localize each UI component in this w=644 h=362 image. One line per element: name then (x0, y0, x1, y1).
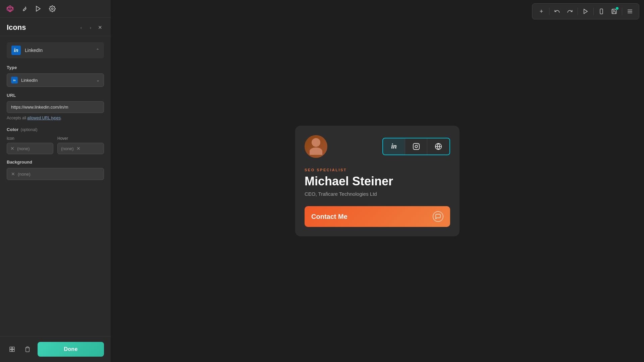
bg-none: (none) (18, 172, 31, 177)
settings-icon[interactable] (48, 5, 56, 13)
url-section-label: URL (7, 93, 104, 98)
color-row: Icon ✕ (none) Hover (none) ✕ (7, 136, 104, 154)
icon-type-left: in LinkedIn (11, 46, 43, 55)
panel-nav: ‹ › ✕ (77, 23, 104, 32)
notification-dot (616, 7, 619, 10)
svg-rect-17 (413, 143, 419, 149)
panel-header: Icons ‹ › ✕ (0, 18, 111, 36)
icon-type-label: LinkedIn (25, 48, 43, 53)
sidebar: Icons ‹ › ✕ in LinkedIn ⌃ Type in (0, 0, 111, 362)
panel-title: Icons (7, 23, 26, 32)
done-button[interactable]: Done (38, 342, 104, 357)
svg-rect-10 (12, 350, 14, 352)
avatar-head (312, 138, 320, 147)
toolbar-sep-1 (549, 8, 549, 15)
hover-color-label: Hover (57, 136, 104, 141)
hover-color-swatch[interactable]: (none) ✕ (57, 143, 104, 154)
url-hint-post: . (61, 116, 62, 120)
bg-x-icon: ✕ (11, 171, 15, 177)
icon-color-x-icon: ✕ (10, 146, 14, 151)
url-hint: Accepts all allowed URL types. (7, 116, 104, 120)
svg-rect-12 (600, 9, 603, 14)
icon-color-item: Icon ✕ (none) (7, 136, 53, 154)
card-category: SEO SPECIALIST (305, 168, 450, 172)
pen-icon[interactable] (20, 5, 28, 13)
main-toolbar: + (532, 3, 639, 19)
url-hint-pre: Accepts all (7, 116, 27, 120)
dropdown-left: in LinkedIn (11, 77, 38, 83)
icon-type-row[interactable]: in LinkedIn ⌃ (7, 42, 104, 58)
avatar-person (310, 138, 322, 155)
toolbar-sep-3 (593, 8, 594, 15)
card-position: CEO, Traficare Technologies Ltd (305, 191, 450, 197)
dropdown-value: LinkedIn (21, 78, 38, 83)
canvas-area: in (111, 0, 644, 362)
bg-color-swatch[interactable]: ✕ (none) (7, 168, 104, 180)
svg-point-6 (52, 8, 53, 10)
gem-icon[interactable] (6, 5, 14, 13)
hover-color-x-icon: ✕ (76, 146, 80, 151)
card-name: Michael Steiner (305, 175, 450, 188)
profile-card: in (295, 126, 460, 237)
color-optional: (optional) (20, 127, 37, 132)
linkedin-icon-badge: in (11, 46, 21, 55)
icon-color-swatch[interactable]: ✕ (none) (7, 143, 53, 154)
trash-icon[interactable] (22, 344, 33, 355)
mobile-button[interactable] (596, 6, 607, 17)
contact-btn-text: Contact Me (311, 213, 347, 221)
add-icon: + (540, 8, 543, 15)
sidebar-toolbar (0, 0, 111, 18)
avatar-body (310, 147, 322, 155)
main-area: + (111, 0, 644, 362)
undo-button[interactable] (551, 6, 563, 17)
redo-button[interactable] (564, 6, 576, 17)
svg-rect-9 (10, 350, 12, 352)
hover-color-item: Hover (none) ✕ (57, 136, 104, 154)
bg-section-label: Background (7, 160, 104, 165)
svg-point-18 (415, 145, 417, 147)
svg-point-19 (418, 144, 418, 145)
toolbar-sep-2 (578, 8, 578, 15)
contact-chat-icon (433, 211, 443, 222)
linkedin-social-icon[interactable]: in (383, 138, 405, 155)
prev-btn[interactable]: ‹ (77, 23, 85, 32)
type-section-label: Type (7, 65, 104, 70)
svg-line-3 (7, 8, 10, 12)
social-icons-row: in (382, 138, 450, 155)
url-input[interactable] (7, 101, 104, 113)
linkedin-in-text: in (391, 142, 397, 150)
preview-button[interactable] (580, 6, 591, 17)
play-icon-sidebar[interactable] (34, 5, 42, 13)
contact-button[interactable]: Contact Me (305, 206, 450, 227)
linkedin-mini-icon: in (11, 77, 18, 83)
save-button[interactable] (608, 6, 620, 17)
svg-line-4 (10, 8, 13, 12)
svg-rect-7 (10, 347, 12, 349)
chevron-up-icon: ⌃ (96, 48, 99, 53)
sidebar-bottom: Done (0, 336, 111, 362)
svg-marker-5 (36, 6, 40, 11)
instagram-social-icon[interactable] (405, 138, 427, 155)
panel-content: in LinkedIn ⌃ Type in LinkedIn ⌄ URL Acc… (0, 36, 111, 336)
hover-color-none: (none) (61, 146, 74, 151)
dropdown-chevron-icon: ⌄ (96, 78, 100, 82)
layers-icon[interactable] (7, 344, 17, 355)
menu-button[interactable] (624, 6, 636, 17)
url-hint-link[interactable]: allowed URL types (27, 116, 61, 120)
globe-social-icon[interactable] (427, 138, 449, 155)
next-btn[interactable]: › (87, 23, 95, 32)
color-label: Color (7, 127, 18, 132)
svg-marker-11 (584, 9, 588, 14)
close-btn[interactable]: ✕ (96, 23, 104, 32)
card-top: in (305, 135, 450, 158)
type-dropdown[interactable]: in LinkedIn ⌄ (7, 73, 104, 87)
svg-rect-8 (12, 347, 14, 349)
avatar (305, 135, 327, 158)
toolbar-sep-4 (622, 8, 622, 15)
add-button[interactable]: + (536, 6, 547, 17)
icon-color-none: (none) (17, 146, 30, 151)
icon-color-label: Icon (7, 136, 53, 141)
color-section-header: Color (optional) (7, 127, 104, 132)
